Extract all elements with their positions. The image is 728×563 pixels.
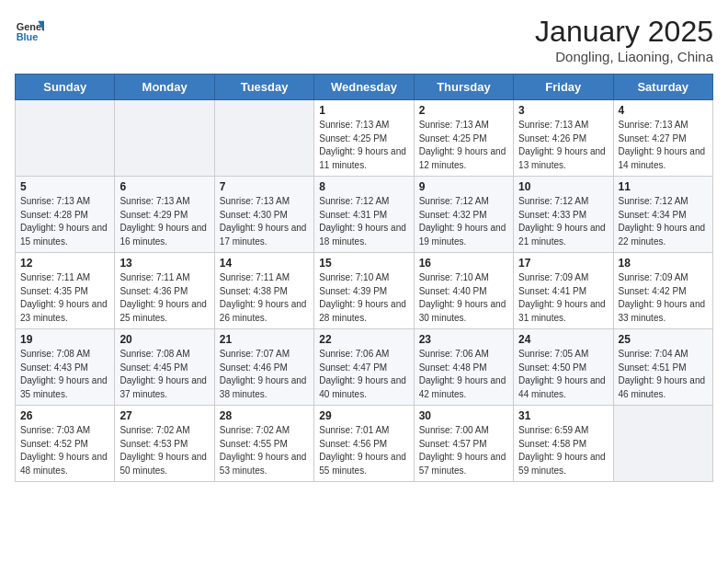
calendar-cell: 5Sunrise: 7:13 AMSunset: 4:28 PMDaylight…: [16, 177, 115, 253]
day-number: 3: [518, 104, 608, 117]
cell-content: Sunrise: 6:59 AMSunset: 4:58 PMDaylight:…: [518, 424, 608, 477]
calendar-cell: 3Sunrise: 7:13 AMSunset: 4:26 PMDaylight…: [514, 100, 613, 177]
calendar-cell: 13Sunrise: 7:11 AMSunset: 4:36 PMDayligh…: [115, 253, 214, 329]
day-header-wednesday: Wednesday: [314, 75, 414, 100]
day-number: 30: [419, 409, 508, 422]
cell-content: Sunrise: 7:11 AMSunset: 4:38 PMDaylight:…: [220, 271, 309, 325]
calendar-cell: 10Sunrise: 7:12 AMSunset: 4:33 PMDayligh…: [514, 177, 613, 253]
cell-content: Sunrise: 7:02 AMSunset: 4:55 PMDaylight:…: [220, 424, 309, 477]
calendar-cell: [613, 406, 712, 482]
calendar-cell: [16, 100, 115, 177]
calendar-cell: [115, 100, 214, 177]
calendar-cell: 21Sunrise: 7:07 AMSunset: 4:46 PMDayligh…: [214, 329, 313, 406]
day-number: 4: [619, 104, 708, 117]
day-number: 10: [518, 180, 608, 193]
day-number: 17: [518, 257, 608, 270]
cell-content: Sunrise: 7:05 AMSunset: 4:50 PMDaylight:…: [518, 348, 608, 401]
day-number: 13: [119, 257, 209, 270]
cell-content: Sunrise: 7:06 AMSunset: 4:48 PMDaylight:…: [419, 348, 508, 401]
day-number: 18: [619, 257, 708, 270]
calendar-cell: 20Sunrise: 7:08 AMSunset: 4:45 PMDayligh…: [115, 329, 214, 406]
cell-content: Sunrise: 7:10 AMSunset: 4:39 PMDaylight:…: [319, 271, 408, 325]
day-number: 11: [619, 180, 708, 193]
calendar-table: SundayMondayTuesdayWednesdayThursdayFrid…: [15, 74, 713, 482]
calendar-cell: 27Sunrise: 7:02 AMSunset: 4:53 PMDayligh…: [115, 406, 214, 482]
cell-content: Sunrise: 7:04 AMSunset: 4:51 PMDaylight:…: [619, 348, 708, 401]
calendar-week-4: 19Sunrise: 7:08 AMSunset: 4:43 PMDayligh…: [16, 329, 713, 406]
calendar-cell: 19Sunrise: 7:08 AMSunset: 4:43 PMDayligh…: [16, 329, 115, 406]
cell-content: Sunrise: 7:13 AMSunset: 4:29 PMDaylight:…: [119, 195, 209, 248]
day-number: 27: [119, 409, 209, 422]
day-number: 25: [619, 333, 708, 346]
day-header-thursday: Thursday: [414, 75, 513, 100]
calendar-cell: 11Sunrise: 7:12 AMSunset: 4:34 PMDayligh…: [613, 177, 712, 253]
day-number: 15: [319, 257, 408, 270]
calendar-cell: 2Sunrise: 7:13 AMSunset: 4:25 PMDaylight…: [414, 100, 513, 177]
calendar-cell: 29Sunrise: 7:01 AMSunset: 4:56 PMDayligh…: [314, 406, 414, 482]
cell-content: Sunrise: 7:00 AMSunset: 4:57 PMDaylight:…: [419, 424, 508, 477]
day-number: 20: [119, 333, 209, 346]
day-number: 23: [419, 333, 508, 346]
calendar-cell: 24Sunrise: 7:05 AMSunset: 4:50 PMDayligh…: [514, 329, 613, 406]
calendar-cell: 25Sunrise: 7:04 AMSunset: 4:51 PMDayligh…: [613, 329, 712, 406]
calendar-cell: 18Sunrise: 7:09 AMSunset: 4:42 PMDayligh…: [613, 253, 712, 329]
day-header-monday: Monday: [115, 75, 214, 100]
calendar-cell: 23Sunrise: 7:06 AMSunset: 4:48 PMDayligh…: [414, 329, 513, 406]
calendar-cell: [214, 100, 313, 177]
cell-content: Sunrise: 7:07 AMSunset: 4:46 PMDaylight:…: [220, 348, 309, 401]
calendar-cell: 4Sunrise: 7:13 AMSunset: 4:27 PMDaylight…: [613, 100, 712, 177]
calendar-cell: 15Sunrise: 7:10 AMSunset: 4:39 PMDayligh…: [314, 253, 414, 329]
cell-content: Sunrise: 7:10 AMSunset: 4:40 PMDaylight:…: [419, 271, 508, 325]
cell-content: Sunrise: 7:11 AMSunset: 4:35 PMDaylight:…: [20, 271, 109, 325]
days-header-row: SundayMondayTuesdayWednesdayThursdayFrid…: [16, 75, 713, 100]
calendar-cell: 31Sunrise: 6:59 AMSunset: 4:58 PMDayligh…: [514, 406, 613, 482]
logo: General Blue: [15, 15, 44, 44]
calendar-cell: 8Sunrise: 7:12 AMSunset: 4:31 PMDaylight…: [314, 177, 414, 253]
day-number: 26: [20, 409, 109, 422]
cell-content: Sunrise: 7:13 AMSunset: 4:25 PMDaylight:…: [319, 119, 408, 172]
day-number: 28: [220, 409, 309, 422]
day-number: 29: [319, 409, 408, 422]
calendar-cell: 28Sunrise: 7:02 AMSunset: 4:55 PMDayligh…: [214, 406, 313, 482]
day-number: 2: [419, 104, 508, 117]
cell-content: Sunrise: 7:13 AMSunset: 4:26 PMDaylight:…: [518, 119, 608, 172]
cell-content: Sunrise: 7:12 AMSunset: 4:34 PMDaylight:…: [619, 195, 708, 248]
calendar-cell: 9Sunrise: 7:12 AMSunset: 4:32 PMDaylight…: [414, 177, 513, 253]
cell-content: Sunrise: 7:09 AMSunset: 4:41 PMDaylight:…: [518, 271, 608, 325]
calendar-cell: 26Sunrise: 7:03 AMSunset: 4:52 PMDayligh…: [16, 406, 115, 482]
calendar-cell: 12Sunrise: 7:11 AMSunset: 4:35 PMDayligh…: [16, 253, 115, 329]
calendar-cell: 30Sunrise: 7:00 AMSunset: 4:57 PMDayligh…: [414, 406, 513, 482]
cell-content: Sunrise: 7:11 AMSunset: 4:36 PMDaylight:…: [119, 271, 209, 325]
cell-content: Sunrise: 7:02 AMSunset: 4:53 PMDaylight:…: [119, 424, 209, 477]
cell-content: Sunrise: 7:09 AMSunset: 4:42 PMDaylight:…: [619, 271, 708, 325]
calendar-cell: 14Sunrise: 7:11 AMSunset: 4:38 PMDayligh…: [214, 253, 313, 329]
day-number: 14: [220, 257, 309, 270]
title-block: January 2025 Dongling, Liaoning, China: [535, 15, 713, 64]
calendar-cell: 6Sunrise: 7:13 AMSunset: 4:29 PMDaylight…: [115, 177, 214, 253]
calendar-subtitle: Dongling, Liaoning, China: [535, 49, 713, 64]
day-number: 6: [119, 180, 209, 193]
svg-text:Blue: Blue: [17, 31, 39, 42]
calendar-week-1: 1Sunrise: 7:13 AMSunset: 4:25 PMDaylight…: [16, 100, 713, 177]
day-number: 1: [319, 104, 408, 117]
day-number: 31: [518, 409, 608, 422]
day-number: 7: [220, 180, 309, 193]
cell-content: Sunrise: 7:08 AMSunset: 4:45 PMDaylight:…: [119, 348, 209, 401]
calendar-cell: 7Sunrise: 7:13 AMSunset: 4:30 PMDaylight…: [214, 177, 313, 253]
cell-content: Sunrise: 7:01 AMSunset: 4:56 PMDaylight:…: [319, 424, 408, 477]
calendar-week-3: 12Sunrise: 7:11 AMSunset: 4:35 PMDayligh…: [16, 253, 713, 329]
cell-content: Sunrise: 7:08 AMSunset: 4:43 PMDaylight:…: [20, 348, 109, 401]
day-number: 19: [20, 333, 109, 346]
calendar-cell: 22Sunrise: 7:06 AMSunset: 4:47 PMDayligh…: [314, 329, 414, 406]
page-header: General Blue January 2025 Dongling, Liao…: [15, 15, 713, 64]
calendar-cell: 1Sunrise: 7:13 AMSunset: 4:25 PMDaylight…: [314, 100, 414, 177]
day-header-friday: Friday: [514, 75, 613, 100]
day-number: 12: [20, 257, 109, 270]
cell-content: Sunrise: 7:13 AMSunset: 4:27 PMDaylight:…: [619, 119, 708, 172]
day-number: 24: [518, 333, 608, 346]
cell-content: Sunrise: 7:13 AMSunset: 4:30 PMDaylight:…: [220, 195, 309, 248]
cell-content: Sunrise: 7:06 AMSunset: 4:47 PMDaylight:…: [319, 348, 408, 401]
cell-content: Sunrise: 7:12 AMSunset: 4:31 PMDaylight:…: [319, 195, 408, 248]
calendar-week-5: 26Sunrise: 7:03 AMSunset: 4:52 PMDayligh…: [16, 406, 713, 482]
day-number: 9: [419, 180, 508, 193]
